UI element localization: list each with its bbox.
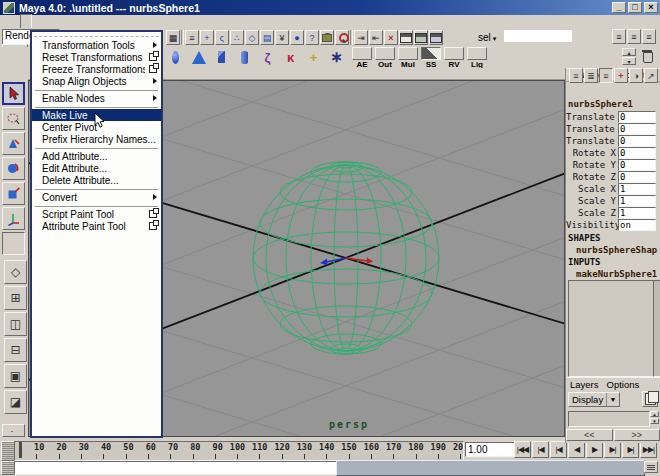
cb-justify-right-icon[interactable]: ≡: [599, 68, 613, 83]
menu-bar-item[interactable]: [20, 14, 32, 29]
render-globals-icon[interactable]: [429, 30, 443, 45]
rotate-tool[interactable]: [2, 157, 25, 180]
layers-menu[interactable]: Layers: [566, 379, 603, 390]
show-attribute-editor-icon[interactable]: ≡: [612, 29, 626, 44]
show-channel-box-icon[interactable]: ≡: [642, 29, 656, 44]
select-tool[interactable]: [2, 82, 25, 105]
menu-bar-item[interactable]: [0, 15, 10, 28]
quick-help-icon[interactable]: ?: [305, 30, 319, 45]
shelf-tab[interactable]: RV: [444, 47, 464, 69]
menu-bar-item[interactable]: [72, 15, 82, 28]
input-connections-icon[interactable]: ⇥: [354, 30, 368, 45]
minimize-button[interactable]: _: [612, 2, 626, 13]
layers-options-menu[interactable]: Options: [603, 379, 644, 390]
shelf-tab[interactable]: SS: [421, 47, 441, 69]
shelf-tab[interactable]: Mul: [398, 47, 418, 69]
play-backward-button[interactable]: ◀: [568, 441, 585, 458]
step-forward-frame-button[interactable]: ▶|: [622, 441, 639, 458]
current-frame-marker[interactable]: [19, 442, 22, 458]
option-box-icon[interactable]: [149, 53, 157, 61]
cb-speed-dial-icon[interactable]: ◑: [629, 68, 643, 83]
menu-item[interactable]: Transformation Tools: [32, 39, 161, 51]
next-arrangement-button[interactable]: >>: [614, 429, 660, 441]
input-node-name[interactable]: makeNurbSphere1: [576, 269, 657, 279]
shelf-paint-effects-icon[interactable]: ∗: [327, 49, 346, 66]
menu-tearoff-handle[interactable]: [34, 33, 159, 37]
go-to-range-start-button[interactable]: |◀◀: [514, 441, 531, 458]
menu-bar-item[interactable]: [42, 15, 52, 28]
quick-select-input[interactable]: [504, 30, 572, 42]
layout-persp-graph-button[interactable]: ⊟: [4, 338, 27, 362]
step-back-frame-button[interactable]: |◀: [532, 441, 549, 458]
selected-object-name[interactable]: nurbsSphere1: [568, 99, 658, 109]
shelf-nurbs-cylinder-icon[interactable]: [235, 49, 254, 66]
menu-bar-item[interactable]: [62, 15, 72, 28]
shelf-joint-icon[interactable]: ζ: [258, 49, 277, 66]
layout-single-persp-button[interactable]: ◇: [4, 260, 27, 284]
menu-bar-item[interactable]: [52, 15, 62, 28]
create-layer-icon[interactable]: [642, 391, 658, 407]
menu-item[interactable]: Enable Nodes: [32, 92, 161, 104]
shelf-tab[interactable]: Lig: [467, 47, 487, 69]
last-tool-slot[interactable]: [2, 232, 25, 255]
current-time-field[interactable]: 1.00: [465, 442, 515, 457]
no-history-icon[interactable]: ×: [384, 30, 398, 45]
previous-arrangement-button[interactable]: <<: [566, 429, 613, 441]
menu-bar-item[interactable]: [32, 15, 42, 28]
range-slider-bar[interactable]: [336, 460, 645, 476]
layout-two-pane-button[interactable]: · ·: [2, 424, 25, 437]
time-slider-grip[interactable]: [1, 441, 15, 461]
shelf-scroll-up-icon[interactable]: ▴: [622, 48, 636, 56]
layout-persp-multi-button[interactable]: ◪: [4, 390, 27, 414]
shelf-tab[interactable]: Out: [375, 47, 395, 69]
menu-bar-item[interactable]: [10, 15, 20, 28]
cb-hyperbolic-icon[interactable]: ↗: [644, 68, 658, 83]
layer-scroll-up-icon[interactable]: ▴: [650, 411, 659, 417]
cb-justify-left-icon[interactable]: ≡: [569, 68, 583, 83]
option-box-icon[interactable]: [149, 65, 157, 73]
snap-to-points-icon[interactable]: ∴: [230, 30, 244, 45]
menu-item[interactable]: Add Attribute...: [32, 150, 161, 162]
layout-four-view-button[interactable]: ⊞: [4, 286, 27, 310]
snap-to-curves-icon[interactable]: ς: [215, 30, 229, 45]
cb-justify-center-icon[interactable]: ≣: [584, 68, 598, 83]
shape-node-name[interactable]: nurbsSphereShap: [576, 245, 657, 255]
shelf-nurbs-sphere-icon[interactable]: [166, 49, 185, 66]
step-back-key-button[interactable]: |◀: [550, 441, 567, 458]
snap-to-view-planes-icon[interactable]: ◇: [245, 30, 259, 45]
render-sphere-icon[interactable]: ●: [290, 30, 304, 45]
play-forward-button[interactable]: ▶: [586, 441, 603, 458]
time-slider[interactable]: 10 20 30 40 50 60 70 80 90 10: [14, 441, 464, 461]
layer-list[interactable]: [568, 411, 650, 427]
shelf-nurbs-cube-icon[interactable]: [212, 49, 231, 66]
menu-item[interactable]: Attribute Paint Tool: [32, 220, 161, 232]
zoom-selected-icon[interactable]: [335, 30, 349, 45]
option-box-icon[interactable]: [149, 210, 157, 218]
range-slider-track[interactable]: [14, 461, 337, 475]
menu-bar-item[interactable]: [82, 15, 92, 28]
step-forward-key-button[interactable]: ▶|: [604, 441, 621, 458]
show-manipulator-tool[interactable]: [2, 207, 25, 230]
trash-icon[interactable]: [641, 49, 655, 64]
status-divider-2[interactable]: [350, 30, 353, 45]
select-by-hierarchy-icon[interactable]: ▦: [166, 30, 180, 45]
close-button[interactable]: ×: [644, 2, 658, 13]
shelf-nurbs-cone-icon[interactable]: [189, 49, 208, 66]
scale-tool[interactable]: [2, 182, 25, 205]
make-live-icon[interactable]: ▤: [260, 30, 274, 45]
lasso-tool[interactable]: [2, 107, 25, 130]
option-box-icon[interactable]: [149, 222, 157, 230]
cb-manipulator-axes-icon[interactable]: +: [614, 68, 628, 83]
menu-item[interactable]: Convert: [32, 191, 161, 203]
menu-item[interactable]: Delete Attribute...: [32, 174, 161, 186]
maximize-button[interactable]: □: [628, 2, 642, 13]
shelf-ik-handle-icon[interactable]: κ: [281, 49, 300, 66]
channel-box-scrollbar[interactable]: [653, 280, 660, 377]
show-tool-settings-icon[interactable]: ≡: [627, 29, 641, 44]
layer-scroll-down-icon[interactable]: ▾: [650, 418, 659, 424]
construction-history-icon[interactable]: ¥: [275, 30, 289, 45]
selection-mask-menu[interactable]: sel: [478, 30, 496, 44]
snap-to-grids-icon[interactable]: +: [200, 30, 214, 45]
lock-icon[interactable]: [320, 30, 334, 45]
output-connections-icon[interactable]: ⇤: [369, 30, 383, 45]
